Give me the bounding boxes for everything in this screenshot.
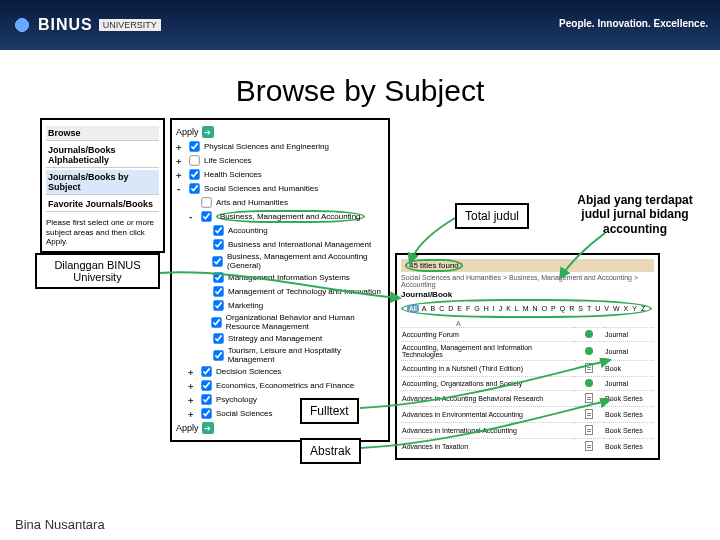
subject-checkbox[interactable] <box>213 239 223 249</box>
subject-checkbox[interactable] <box>213 272 223 282</box>
alpha-filter[interactable]: AllABCDEFGHIJKLMNOPQRSTUVWXYZ <box>407 305 646 312</box>
alpha-letter[interactable]: N <box>532 305 539 312</box>
alpha-letter[interactable]: A <box>421 305 428 312</box>
alpha-letter[interactable]: D <box>447 305 454 312</box>
alpha-letter[interactable]: J <box>498 305 504 312</box>
toggle-icon[interactable]: - <box>188 212 197 222</box>
alpha-letter[interactable]: V <box>603 305 610 312</box>
type-cell: Book Series <box>604 391 654 407</box>
browse-item[interactable]: Journals/Books by Subject <box>46 170 159 195</box>
subject-row[interactable]: -Business, Management and Accounting <box>188 210 384 223</box>
alpha-letter[interactable]: R <box>568 305 575 312</box>
alpha-letter[interactable]: H <box>483 305 490 312</box>
subject-checkbox[interactable] <box>212 256 222 266</box>
title-cell: Advances in Taxation <box>401 439 574 455</box>
subject-row[interactable]: +Physical Sciences and Engineering <box>176 140 384 153</box>
subject-row[interactable]: Business, Management and Accounting (Gen… <box>200 252 384 270</box>
alpha-letter[interactable]: Y <box>631 305 638 312</box>
toggle-icon[interactable]: + <box>176 156 185 166</box>
callout-abstrak: Abstrak <box>300 438 361 464</box>
subject-checkbox[interactable] <box>189 169 199 179</box>
subject-checkbox[interactable] <box>189 155 199 165</box>
subject-checkbox[interactable] <box>201 211 211 221</box>
alpha-all[interactable]: All <box>407 305 419 312</box>
alpha-letter[interactable]: P <box>550 305 557 312</box>
toggle-icon[interactable]: + <box>188 381 197 391</box>
subject-row[interactable]: Management Information Systems <box>200 271 384 284</box>
subject-checkbox[interactable] <box>201 366 211 376</box>
table-row[interactable]: Accounting ForumJournal <box>401 328 654 342</box>
table-row[interactable]: Advances in Accounting Behavioral Resear… <box>401 391 654 407</box>
subject-row[interactable]: Tourism, Leisure and Hospitality Managem… <box>200 346 384 364</box>
subject-row[interactable]: Accounting <box>200 224 384 237</box>
toggle-icon[interactable]: + <box>188 409 197 419</box>
browse-item[interactable]: Favorite Journals/Books <box>46 197 159 212</box>
table-row[interactable]: Advances in International AccountingBook… <box>401 423 654 439</box>
title-cell: Advances in Environmental Accounting <box>401 407 574 423</box>
subject-checkbox[interactable] <box>201 394 211 404</box>
table-row[interactable]: Advances in Environmental AccountingBook… <box>401 407 654 423</box>
toggle-icon[interactable]: + <box>188 367 197 377</box>
breadcrumb: Social Sciences and Humanities > Busines… <box>401 274 654 288</box>
alpha-letter[interactable]: L <box>514 305 520 312</box>
subscribed-icon <box>585 330 593 338</box>
table-row[interactable]: Accounting, Management and Information T… <box>401 342 654 361</box>
subject-row[interactable]: +Health Sciences <box>176 168 384 181</box>
alpha-letter[interactable]: X <box>623 305 630 312</box>
subject-row[interactable]: Marketing <box>200 299 384 312</box>
alpha-letter[interactable]: F <box>465 305 471 312</box>
subject-checkbox[interactable] <box>189 141 199 151</box>
subject-row[interactable]: -Social Sciences and Humanities <box>176 182 384 195</box>
subject-row[interactable]: Business and International Management <box>200 238 384 251</box>
subject-checkbox[interactable] <box>213 300 223 310</box>
subject-label: Life Sciences <box>204 156 252 165</box>
alpha-letter[interactable]: E <box>456 305 463 312</box>
go-icon: ➔ <box>202 422 214 434</box>
toggle-icon[interactable]: + <box>188 395 197 405</box>
subject-row[interactable]: +Decision Sciences <box>188 365 384 378</box>
alpha-letter[interactable]: S <box>577 305 584 312</box>
alpha-letter[interactable]: G <box>473 305 480 312</box>
subject-row[interactable]: Management of Technology and Innovation <box>200 285 384 298</box>
results-table: Accounting ForumJournalAccounting, Manag… <box>401 327 654 454</box>
table-row[interactable]: Advances in TaxationBook Series <box>401 439 654 455</box>
subject-checkbox[interactable] <box>189 183 199 193</box>
alpha-letter[interactable]: T <box>586 305 592 312</box>
subject-checkbox[interactable] <box>201 380 211 390</box>
toggle-icon[interactable]: + <box>176 170 185 180</box>
subject-row[interactable]: Strategy and Management <box>200 332 384 345</box>
table-row[interactable]: Accounting, Organizations and SocietyJou… <box>401 377 654 391</box>
alpha-letter[interactable]: I <box>492 305 496 312</box>
title-cell: Accounting Forum <box>401 328 574 342</box>
alpha-letter[interactable]: U <box>594 305 601 312</box>
alpha-letter[interactable]: Q <box>559 305 566 312</box>
type-cell: Book Series <box>604 423 654 439</box>
table-row[interactable]: Accounting in a Nutshell (Third Edition)… <box>401 361 654 377</box>
subject-row[interactable]: Organizational Behavior and Human Resour… <box>200 313 384 331</box>
alpha-letter[interactable]: K <box>505 305 512 312</box>
subject-checkbox[interactable] <box>213 350 223 360</box>
alpha-letter[interactable]: Z <box>640 305 646 312</box>
results-count: 45 titles found <box>405 259 463 272</box>
browse-item[interactable]: Journals/Books Alphabetically <box>46 143 159 168</box>
alpha-letter[interactable]: M <box>522 305 530 312</box>
alpha-letter[interactable]: B <box>429 305 436 312</box>
title-cell: Advances in International Accounting <box>401 423 574 439</box>
subject-checkbox[interactable] <box>213 286 223 296</box>
alpha-letter[interactable]: O <box>541 305 548 312</box>
subject-checkbox[interactable] <box>213 225 223 235</box>
subject-row[interactable]: +Economics, Econometrics and Finance <box>188 379 384 392</box>
subject-row[interactable]: Arts and Humanities <box>188 196 384 209</box>
subject-checkbox[interactable] <box>201 408 211 418</box>
subject-checkbox[interactable] <box>201 197 211 207</box>
apply-button-top[interactable]: Apply ➔ <box>176 126 384 138</box>
alpha-letter[interactable]: W <box>612 305 621 312</box>
type-cell: Journal <box>604 342 654 361</box>
toggle-icon[interactable]: - <box>176 184 185 194</box>
toggle-icon[interactable]: + <box>176 142 185 152</box>
alpha-letter[interactable]: C <box>438 305 445 312</box>
subject-row[interactable]: +Life Sciences <box>176 154 384 167</box>
subject-checkbox[interactable] <box>211 317 221 327</box>
type-cell: Book Series <box>604 407 654 423</box>
subject-checkbox[interactable] <box>213 333 223 343</box>
